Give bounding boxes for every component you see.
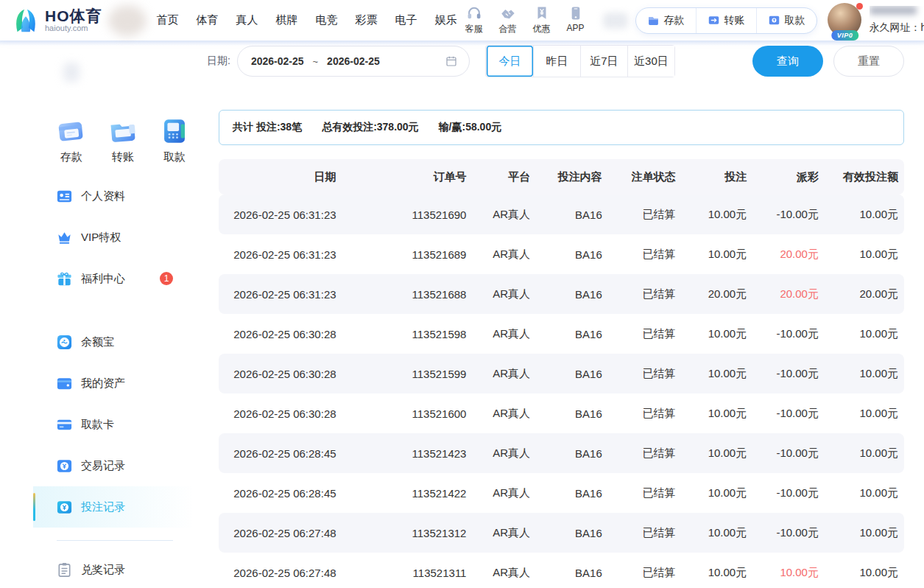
sidebar-menu-item[interactable]: 我的资产 bbox=[33, 363, 195, 404]
cell-order: 113521312 bbox=[342, 513, 473, 553]
withdraw3d-icon bbox=[156, 116, 193, 146]
nav-item[interactable]: 彩票 bbox=[356, 13, 378, 27]
sidebar-menu-item[interactable]: 余额宝 bbox=[33, 321, 195, 363]
cell-valid: 10.00元 bbox=[825, 473, 904, 513]
notification-dot bbox=[856, 3, 863, 10]
date-range-input[interactable]: 2026-02-25 ~ 2026-02-25 bbox=[237, 46, 470, 77]
nav-item[interactable]: 娱乐 bbox=[435, 13, 457, 27]
range-button[interactable]: 近7日 bbox=[580, 46, 627, 77]
col-header-bet: 投注 bbox=[681, 159, 752, 195]
cell-platform: AR真人 bbox=[472, 314, 536, 354]
table-row: 2026-02-25 06:30:28 113521599 AR真人 BA16 … bbox=[219, 354, 904, 393]
blurred-region bbox=[108, 5, 147, 36]
cell-content: BA16 bbox=[536, 513, 608, 553]
sidebar-menu-item[interactable]: 个人资料 bbox=[33, 175, 195, 217]
cell-status: 已结算 bbox=[608, 473, 682, 513]
sidebar-menu-item[interactable]: 兑奖记录 bbox=[33, 549, 195, 588]
col-header-status: 注单状态 bbox=[608, 159, 682, 195]
cell-date: 2026-02-25 06:30:28 bbox=[219, 354, 342, 393]
nav-item[interactable]: 首页 bbox=[157, 13, 179, 27]
cs-icon bbox=[466, 5, 482, 21]
utility-item[interactable]: 客服 bbox=[457, 5, 491, 35]
cell-order: 113521599 bbox=[342, 354, 473, 393]
cell-platform: AR真人 bbox=[472, 354, 536, 393]
wallet-pill: 存款 转账 取款 bbox=[635, 7, 817, 34]
col-header-date: 日期 bbox=[219, 159, 342, 195]
cell-valid: 10.00元 bbox=[825, 195, 904, 234]
range-button[interactable]: 昨日 bbox=[533, 46, 580, 77]
utility-item[interactable]: APP bbox=[559, 5, 593, 35]
cell-valid: 10.00元 bbox=[825, 393, 904, 433]
notification-badge: 1 bbox=[160, 272, 173, 285]
cell-date: 2026-02-25 06:27:48 bbox=[219, 513, 342, 553]
cell-bet: 10.00元 bbox=[681, 473, 752, 513]
cell-bet: 10.00元 bbox=[681, 195, 752, 234]
date-range-group: 今日昨日近7日近30日 bbox=[485, 45, 675, 77]
cell-content: BA16 bbox=[536, 553, 608, 588]
table-row: 2026-02-25 06:27:48 113521312 AR真人 BA16 … bbox=[219, 513, 904, 553]
top-header: HO体育 haiouty.com 首页体育真人棋牌电竞彩票电子娱乐 客服 合营 bbox=[0, 0, 924, 41]
cell-bet: 10.00元 bbox=[681, 553, 752, 588]
cell-date: 2026-02-25 06:28:45 bbox=[219, 473, 342, 513]
cell-order: 113521690 bbox=[342, 195, 473, 234]
nav-item[interactable]: 体育 bbox=[197, 13, 219, 27]
sidebar: 存款 转账 取款 bbox=[0, 41, 195, 588]
search-button[interactable]: 查询 bbox=[752, 46, 823, 77]
date-to[interactable]: 2026-02-25 bbox=[327, 55, 380, 67]
wallet-action[interactable]: 存款 bbox=[636, 8, 696, 33]
cell-order: 113521311 bbox=[342, 553, 473, 588]
sidebar-menu-item[interactable]: 交易记录 bbox=[33, 445, 195, 486]
id-card-icon bbox=[56, 188, 73, 205]
utility-item[interactable]: 合营 bbox=[491, 5, 525, 35]
reset-button[interactable]: 重置 bbox=[833, 46, 904, 77]
gift-icon bbox=[56, 270, 73, 287]
date-from[interactable]: 2026-02-25 bbox=[251, 55, 304, 67]
cell-payout: 20.00元 bbox=[752, 234, 825, 274]
cell-payout: -10.00元 bbox=[752, 513, 825, 553]
cell-order: 113521598 bbox=[342, 314, 473, 354]
cell-bet: 10.00元 bbox=[681, 354, 752, 393]
sidebar-menu-item[interactable]: 福利中心 1 bbox=[33, 258, 195, 299]
wallet-action[interactable]: 转账 bbox=[696, 8, 756, 33]
site-url: 永久网址：haio bbox=[870, 21, 924, 35]
col-header-platform: 平台 bbox=[472, 159, 536, 195]
cell-platform: AR真人 bbox=[472, 234, 536, 274]
nav-item[interactable]: 真人 bbox=[236, 13, 258, 27]
cell-payout: -10.00元 bbox=[752, 433, 825, 473]
cell-platform: AR真人 bbox=[472, 433, 536, 473]
sidebar-quick-action[interactable]: 转账 bbox=[105, 116, 141, 164]
cell-valid: 10.00元 bbox=[825, 513, 904, 553]
sidebar-menu-item[interactable]: VIP特权 bbox=[33, 217, 195, 258]
cell-content: BA16 bbox=[536, 433, 608, 473]
sidebar-menu-item[interactable]: 投注记录 bbox=[33, 486, 195, 528]
sidebar-quick-action[interactable]: 存款 bbox=[53, 116, 90, 164]
range-button[interactable]: 今日 bbox=[486, 46, 533, 77]
partner-icon bbox=[500, 5, 516, 21]
cell-content: BA16 bbox=[536, 314, 608, 354]
sidebar-quick-action[interactable]: 取款 bbox=[156, 116, 193, 164]
cell-content: BA16 bbox=[536, 354, 608, 393]
user-avatar-wrap[interactable]: VIP0 bbox=[828, 3, 863, 38]
brand[interactable]: HO体育 haiouty.com bbox=[12, 7, 102, 35]
table-row: 2026-02-25 06:31:23 113521690 AR真人 BA16 … bbox=[219, 195, 904, 234]
cell-date: 2026-02-25 06:31:23 bbox=[219, 274, 342, 314]
summary-bar: 共计 投注:38笔总有效投注:378.00元输/赢:58.00元 bbox=[219, 110, 904, 145]
wallet-action[interactable]: 取款 bbox=[756, 8, 817, 33]
calendar-icon[interactable] bbox=[445, 55, 457, 67]
betting-icon bbox=[56, 499, 73, 516]
transfer3d-icon bbox=[105, 116, 141, 146]
cell-platform: AR真人 bbox=[472, 274, 536, 314]
sidebar-divider bbox=[57, 540, 173, 541]
nav-item[interactable]: 电子 bbox=[395, 13, 417, 27]
blurred-sidebar-item bbox=[63, 63, 80, 82]
sidebar-menu-item[interactable]: 取款卡 bbox=[33, 404, 195, 445]
cell-valid: 10.00元 bbox=[825, 354, 904, 393]
sidebar-quick-actions: 存款 转账 取款 bbox=[53, 116, 193, 164]
nav-item[interactable]: 电竞 bbox=[316, 13, 338, 27]
nav-item[interactable]: 棋牌 bbox=[276, 13, 298, 27]
summary-item: 总有效投注:378.00元 bbox=[322, 121, 418, 134]
cell-valid: 20.00元 bbox=[825, 274, 904, 314]
app-root: HO体育 haiouty.com 首页体育真人棋牌电竞彩票电子娱乐 客服 合营 bbox=[0, 0, 924, 588]
range-button[interactable]: 近30日 bbox=[627, 46, 674, 77]
utility-item[interactable]: 优惠 bbox=[525, 5, 559, 35]
